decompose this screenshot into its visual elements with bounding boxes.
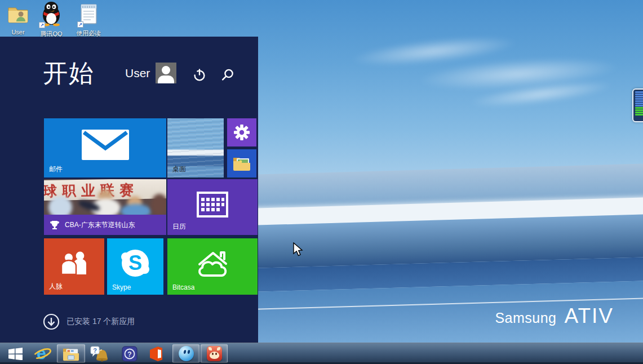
calendar-icon xyxy=(196,191,229,218)
shortcut-arrow-icon: ↗ xyxy=(39,22,45,28)
bull-app-icon xyxy=(207,346,222,361)
explorer-folder-icon xyxy=(232,155,251,172)
desktop-icon-qq[interactable]: ↗ 腾讯QQ xyxy=(35,1,68,38)
taskbar-bull-app[interactable] xyxy=(201,344,228,363)
desktop-icon-user-folder[interactable]: User xyxy=(2,3,34,35)
file-explorer-icon xyxy=(62,346,80,362)
folder-icon xyxy=(7,3,29,28)
tile-skype[interactable]: S Skype xyxy=(107,238,163,295)
office-icon xyxy=(148,345,165,362)
cpu-gauge-widget[interactable] xyxy=(632,88,643,122)
wallpaper-brand-text: Samsung ATIV xyxy=(495,304,614,328)
desktop-icon-readme[interactable]: ↗ 使用必读 xyxy=(72,2,105,38)
brand-series: ATIV xyxy=(565,304,614,328)
taskbar-chat-bubble-app[interactable] xyxy=(172,344,199,363)
new-apps-link[interactable]: 已安装 17 个新应用 xyxy=(43,313,135,330)
tile-desktop[interactable]: 桌面 xyxy=(167,118,224,177)
qq-penguin-icon: ↗ xyxy=(39,1,64,29)
question-badge-icon: ? xyxy=(122,346,138,362)
search-icon xyxy=(220,68,235,82)
skype-icon: S xyxy=(119,247,152,279)
news-caption-strip: CBA-广东末节逆转山东 xyxy=(44,215,166,235)
tile-mail[interactable]: 邮件 xyxy=(44,118,166,177)
tile-pc-settings[interactable] xyxy=(227,118,256,147)
taskbar: e ? xyxy=(0,343,643,364)
new-apps-text: 已安装 17 个新应用 xyxy=(66,317,135,327)
mouse-cursor xyxy=(293,242,304,258)
power-icon xyxy=(192,68,207,82)
search-button[interactable] xyxy=(220,68,235,82)
start-screen-panel: 开始 User 邮件 桌面 xyxy=(0,37,258,343)
shortcut-arrow-icon: ↗ xyxy=(77,21,83,28)
tile-label: 桌面 xyxy=(172,165,186,174)
notepad-icon: ↗ xyxy=(77,2,100,28)
trophy-icon xyxy=(50,220,60,230)
mail-envelope-icon xyxy=(81,129,130,161)
windows-logo-icon xyxy=(8,348,23,360)
user-avatar xyxy=(156,63,176,83)
power-button[interactable] xyxy=(192,68,207,82)
user-account-button[interactable]: User xyxy=(125,63,176,83)
tile-label: 日历 xyxy=(172,222,186,232)
taskbar-file-explorer[interactable] xyxy=(57,344,85,363)
tile-calendar[interactable]: 日历 xyxy=(167,179,258,235)
taskbar-help-app[interactable]: ? xyxy=(120,344,139,363)
tile-label: CBA-广东末节逆转山东 xyxy=(65,220,135,230)
tile-file-explorer[interactable] xyxy=(227,149,256,177)
svg-text:S: S xyxy=(128,251,142,274)
chat-bubble-icon xyxy=(179,346,194,361)
tile-label: 人脉 xyxy=(49,282,63,291)
gear-icon xyxy=(233,123,251,141)
tile-label: Bitcasa xyxy=(172,283,194,291)
news-photo: 球职业联赛 xyxy=(44,179,166,215)
taskbar-start-button[interactable] xyxy=(5,344,26,363)
taskbar-service-app[interactable]: ? xyxy=(88,344,111,363)
user-name: User xyxy=(125,66,150,80)
start-title: 开始 xyxy=(43,57,95,90)
desktop-icon-label: User xyxy=(2,29,34,35)
down-arrow-circle-icon xyxy=(43,313,60,330)
taskbar-office[interactable] xyxy=(146,344,166,363)
svg-text:?: ? xyxy=(127,350,131,358)
brand-name: Samsung xyxy=(495,310,556,326)
svg-text:?: ? xyxy=(93,347,97,353)
tile-people[interactable]: 人脉 xyxy=(44,238,104,295)
cloud-house-icon xyxy=(190,247,234,280)
tile-bitcasa[interactable]: Bitcasa xyxy=(167,238,258,295)
taskbar-internet-explorer[interactable]: e xyxy=(31,344,54,363)
people-icon xyxy=(58,251,91,274)
bell-help-icon: ? xyxy=(90,345,110,362)
tile-label: 邮件 xyxy=(49,165,63,174)
tile-label: Skype xyxy=(112,283,131,291)
tile-sports-news[interactable]: 球职业联赛 CBA-广东末节逆转山东 xyxy=(44,179,166,235)
internet-explorer-icon: e xyxy=(33,345,51,362)
